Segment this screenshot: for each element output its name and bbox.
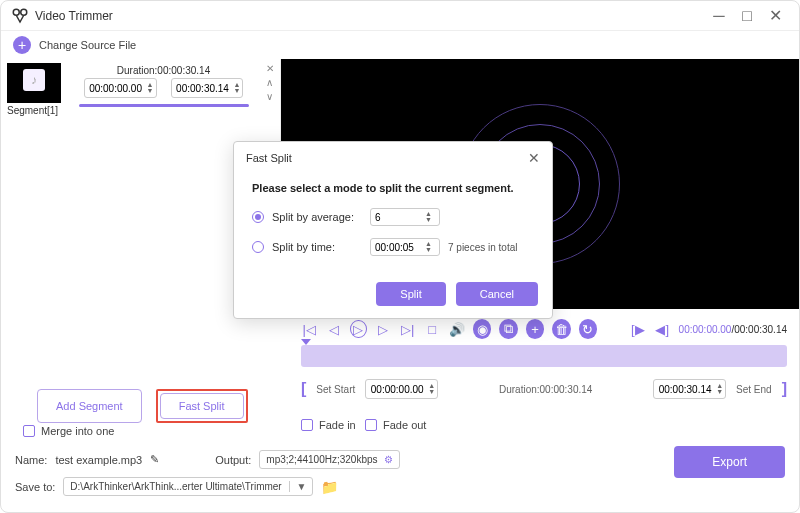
dialog-instruction: Please select a mode to split the curren… (252, 182, 534, 194)
segment-thumbnail[interactable]: ♪ (7, 63, 61, 103)
copy-icon[interactable]: ⧉ (499, 319, 517, 339)
trim-end-input[interactable]: ▲▼ (653, 379, 726, 399)
split-time-label: Split by time: (272, 241, 362, 253)
segment-start-input[interactable]: ▲▼ (84, 78, 157, 98)
timeline[interactable] (301, 345, 787, 367)
split-time-note: 7 pieces in total (448, 242, 518, 253)
window-title: Video Trimmer (35, 9, 705, 23)
segment-down-icon[interactable]: ∨ (266, 91, 274, 103)
mark-out-icon[interactable]: ◀] (654, 320, 671, 338)
gear-icon[interactable]: ⚙ (384, 454, 393, 465)
edit-name-icon[interactable]: ✎ (150, 453, 159, 466)
open-folder-icon[interactable]: 📁 (321, 479, 338, 495)
set-start-button[interactable]: Set Start (312, 384, 359, 395)
fadein-checkbox[interactable] (301, 419, 313, 431)
split-average-input[interactable]: ▲▼ (370, 208, 440, 226)
skip-end-icon[interactable]: ▷| (399, 320, 416, 338)
fast-split-dialog: Fast Split ✕ Please select a mode to spl… (233, 141, 553, 319)
path-dropdown-icon[interactable]: ▼ (289, 481, 306, 492)
delete-icon[interactable]: 🗑 (552, 319, 570, 339)
add-source-icon[interactable]: + (13, 36, 31, 54)
play-icon[interactable]: ▷ (350, 320, 367, 338)
fadein-label: Fade in (319, 419, 356, 431)
segment-progress (79, 104, 249, 107)
segment-label: Segment[1] (7, 105, 61, 116)
segment-up-icon[interactable]: ∧ (266, 77, 274, 89)
saveto-label: Save to: (15, 481, 55, 493)
fadeout-checkbox[interactable] (365, 419, 377, 431)
split-average-label: Split by average: (272, 211, 362, 223)
volume-icon[interactable]: 🔊 (448, 320, 465, 338)
change-source-label[interactable]: Change Source File (39, 39, 136, 51)
set-end-button[interactable]: Set End (732, 384, 776, 395)
merge-checkbox[interactable] (23, 425, 35, 437)
saveto-path[interactable]: D:\ArkThinker\ArkThink...erter Ultimate\… (63, 477, 313, 496)
close-button[interactable]: ✕ (761, 6, 789, 26)
split-time-radio[interactable] (252, 241, 264, 253)
prev-icon[interactable]: ◁ (326, 320, 343, 338)
trim-start-input[interactable]: ▲▼ (365, 379, 438, 399)
playhead-marker[interactable] (301, 339, 311, 345)
dialog-title: Fast Split (246, 152, 292, 164)
bracket-left-icon: [ (301, 380, 306, 398)
dialog-cancel-button[interactable]: Cancel (456, 282, 538, 306)
mark-in-icon[interactable]: [▶ (629, 320, 646, 338)
add-icon[interactable]: + (526, 319, 544, 339)
refresh-icon[interactable]: ↻ (579, 319, 597, 339)
name-value: test example.mp3 (55, 454, 142, 466)
output-format-box[interactable]: mp3;2;44100Hz;320kbps ⚙ (259, 450, 399, 469)
current-time: 00:00:00.00 (679, 324, 732, 335)
add-segment-button[interactable]: Add Segment (37, 389, 142, 423)
stop-icon[interactable]: □ (424, 320, 441, 338)
fast-split-button[interactable]: Fast Split (160, 393, 244, 419)
camera-icon[interactable]: ◉ (473, 319, 491, 339)
svg-point-1 (21, 9, 27, 15)
maximize-button[interactable]: □ (733, 6, 761, 26)
bracket-right-icon: ] (782, 380, 787, 398)
segment-end-input[interactable]: ▲▼ (171, 78, 244, 98)
next-icon[interactable]: ▷ (375, 320, 392, 338)
output-label: Output: (215, 454, 251, 466)
dialog-split-button[interactable]: Split (376, 282, 445, 306)
svg-point-0 (13, 9, 19, 15)
fadeout-label: Fade out (383, 419, 426, 431)
dialog-close-icon[interactable]: ✕ (528, 150, 540, 166)
trim-duration: Duration:00:00:30.14 (444, 384, 647, 395)
segment-close-icon[interactable]: ✕ (266, 63, 274, 75)
app-logo-icon (11, 7, 29, 25)
segment-duration: Duration:00:00:30.14 (117, 65, 210, 76)
merge-label: Merge into one (41, 425, 114, 437)
split-time-input[interactable]: ▲▼ (370, 238, 440, 256)
split-average-radio[interactable] (252, 211, 264, 223)
name-label: Name: (15, 454, 47, 466)
skip-start-icon[interactable]: |◁ (301, 320, 318, 338)
minimize-button[interactable]: ─ (705, 6, 733, 26)
